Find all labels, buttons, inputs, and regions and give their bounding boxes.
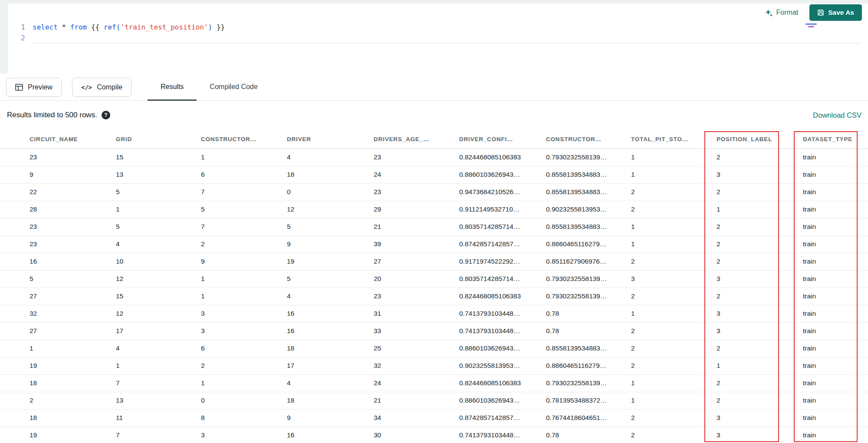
- download-csv-link[interactable]: Download CSV: [813, 111, 861, 119]
- table-cell: 16: [279, 322, 365, 340]
- table-cell: 0.8035714285714…: [451, 218, 538, 235]
- help-icon[interactable]: ?: [102, 111, 110, 119]
- table-cell: 2: [708, 392, 795, 409]
- table-cell: 2: [193, 357, 279, 374]
- table-cell: 1: [108, 201, 193, 218]
- table-cell: 1: [708, 357, 795, 374]
- table-cell: 30: [365, 426, 451, 443]
- table-cell: train: [795, 270, 868, 288]
- table-cell: 2: [193, 235, 279, 253]
- column-header: DRIVERS_AGE_…: [365, 130, 451, 149]
- code-line-2[interactable]: [33, 33, 861, 43]
- table-cell: 1: [0, 340, 108, 357]
- table-cell: 2: [623, 201, 708, 218]
- preview-label: Preview: [28, 83, 53, 91]
- column-header: DRIVER: [279, 130, 365, 149]
- table-cell: 9: [193, 253, 279, 270]
- table-cell: 2: [708, 149, 795, 166]
- table-cell: 2: [623, 340, 708, 357]
- table-row: 14618250.8860103626943…0.8558139534883…2…: [0, 340, 868, 357]
- column-header: GRID: [108, 130, 193, 149]
- table-grid-icon: [15, 84, 23, 91]
- code-line-1[interactable]: select * from {{ ref('train_test_positio…: [33, 22, 861, 33]
- table-cell: 13: [108, 392, 193, 409]
- table-cell: train: [795, 288, 868, 305]
- table-cell: 0.9112149532710…: [451, 201, 538, 218]
- table-cell: 2: [623, 357, 708, 374]
- table-row: 913618240.8860103626943…0.8558139534883……: [0, 166, 868, 183]
- format-button[interactable]: Format: [765, 9, 799, 17]
- table-cell: 21: [365, 392, 451, 409]
- table-cell: 23: [365, 149, 451, 166]
- column-header: DATASET_TYPE: [795, 130, 868, 149]
- table-cell: 25: [365, 340, 451, 357]
- column-header: DRIVER_CONFI…: [451, 130, 538, 149]
- code-brackets-icon: </>: [81, 84, 92, 91]
- table-cell: 11: [108, 409, 193, 426]
- table-cell: 1: [193, 374, 279, 392]
- tab-compiled-code[interactable]: Compiled Code: [197, 74, 270, 101]
- table-cell: 6: [193, 166, 279, 183]
- table-cell: 3: [708, 426, 795, 443]
- table-row: 231514230.8244680851063830.7930232558139…: [0, 149, 868, 166]
- table-cell: 1: [623, 218, 708, 235]
- table-cell: 1: [623, 235, 708, 253]
- table-cell: 2: [623, 183, 708, 201]
- table-row: 51215200.8035714285714…0.7930232558139…3…: [0, 270, 868, 288]
- table-cell: 0.7930232558139…: [538, 288, 623, 305]
- table-cell: 28: [0, 201, 108, 218]
- save-icon: [817, 9, 824, 16]
- line-number: 2: [10, 33, 25, 43]
- code-token: *: [62, 23, 70, 31]
- table-cell: 0.8558139534883…: [538, 218, 623, 235]
- table-cell: train: [795, 374, 868, 392]
- table-cell: 31: [365, 305, 451, 322]
- table-cell: 0.78: [538, 426, 623, 443]
- table-cell: 8: [193, 409, 279, 426]
- table-cell: 9: [279, 235, 365, 253]
- table-cell: 19: [279, 253, 365, 270]
- table-header: CIRCUIT_NAMEGRIDCONSTRUCTOR…DRIVERDRIVER…: [0, 130, 868, 149]
- table-cell: 1: [108, 357, 193, 374]
- table-cell: 19: [0, 426, 108, 443]
- table-cell: 2: [623, 322, 708, 340]
- table-cell: 0: [193, 392, 279, 409]
- table-cell: 12: [108, 270, 193, 288]
- table-cell: 18: [0, 409, 108, 426]
- save-as-button[interactable]: Save As: [809, 4, 862, 21]
- table-cell: train: [795, 409, 868, 426]
- table-cell: 1: [193, 270, 279, 288]
- compile-button[interactable]: </> Compile: [72, 78, 132, 97]
- table-cell: 0.8035714285714…: [451, 270, 538, 288]
- table-cell: 0.7930232558139…: [538, 270, 623, 288]
- table-cell: 0.8742857142857…: [451, 235, 538, 253]
- code-editor[interactable]: 12 select * from {{ ref('train_test_posi…: [8, 22, 868, 56]
- table-cell: 10: [108, 253, 193, 270]
- code-token: from: [70, 23, 91, 31]
- table-cell: 33: [365, 322, 451, 340]
- tab-results[interactable]: Results: [148, 74, 197, 101]
- sparkles-icon: [765, 9, 773, 17]
- table-cell: 3: [623, 270, 708, 288]
- table-cell: 7: [193, 183, 279, 201]
- table-cell: 6: [193, 340, 279, 357]
- table-cell: 15: [108, 288, 193, 305]
- table-cell: train: [795, 166, 868, 183]
- table-cell: 4: [279, 374, 365, 392]
- table-cell: 5: [108, 218, 193, 235]
- table-cell: 23: [0, 235, 108, 253]
- table-cell: 29: [365, 201, 451, 218]
- table-cell: 23: [0, 218, 108, 235]
- table-row: 3212316310.7413793103448…0.7813train: [0, 305, 868, 322]
- table-cell: 1: [623, 305, 708, 322]
- table-cell: 3: [193, 322, 279, 340]
- table-cell: 0.7674418604651…: [538, 409, 623, 426]
- table-cell: 3: [708, 270, 795, 288]
- table-cell: 20: [365, 270, 451, 288]
- code-lines[interactable]: select * from {{ ref('train_test_positio…: [33, 22, 861, 43]
- table-cell: 0.8558139534883…: [538, 166, 623, 183]
- results-tab-strip: Preview </> Compile Results Compiled Cod…: [0, 74, 868, 101]
- table-row: 213018210.8860103626943…0.7813953488372……: [0, 392, 868, 409]
- table-cell: 15: [108, 149, 193, 166]
- preview-button[interactable]: Preview: [6, 78, 62, 97]
